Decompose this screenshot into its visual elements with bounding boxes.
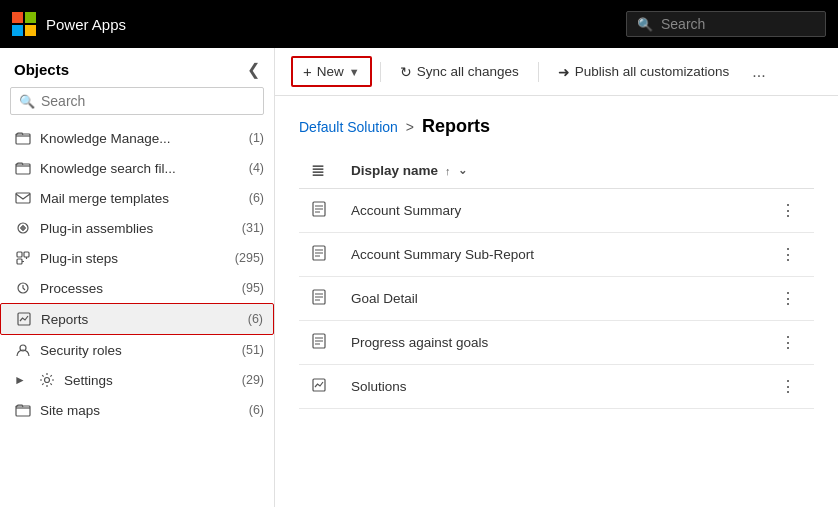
col-header-display-name[interactable]: Display name ↑ ⌄ [339, 153, 762, 189]
sidebar-collapse-button[interactable]: ❮ [247, 60, 260, 79]
svg-rect-7 [17, 259, 22, 264]
sidebar-item-site-maps[interactable]: Site maps (6) [0, 395, 274, 425]
sidebar-item-security-roles[interactable]: Security roles (51) [0, 335, 274, 365]
row-menu-cell[interactable]: ⋮ [762, 365, 814, 409]
report-icon [311, 291, 327, 308]
svg-rect-6 [24, 252, 29, 257]
search-icon: 🔍 [637, 17, 653, 32]
row-more-button[interactable]: ⋮ [774, 199, 802, 222]
sort-dropdown-icon[interactable]: ⌄ [458, 164, 467, 177]
row-name-cell: Progress against goals [339, 321, 762, 365]
folder-icon [14, 129, 32, 147]
processes-icon [14, 279, 32, 297]
sidebar-search-icon: 🔍 [19, 94, 35, 109]
row-name-cell: Goal Detail [339, 277, 762, 321]
app-name: Power Apps [46, 16, 126, 33]
filter-rows-icon[interactable]: ≣ [311, 162, 324, 179]
sidebar-item-processes-count: (95) [242, 281, 264, 295]
sidebar-item-mail-merge[interactable]: Mail merge templates (6) [0, 183, 274, 213]
sidebar-item-knowledge-manage-label: Knowledge Manage... [40, 131, 237, 146]
sidebar-item-knowledge-search[interactable]: Knowledge search fil... (4) [0, 153, 274, 183]
toolbar-more-button[interactable]: ... [744, 58, 773, 86]
table-row[interactable]: Progress against goals ⋮ [299, 321, 814, 365]
table-row[interactable]: Goal Detail ⋮ [299, 277, 814, 321]
sidebar-item-reports[interactable]: Reports (6) [0, 303, 274, 335]
new-dropdown-icon[interactable]: ▼ [349, 66, 360, 78]
report-icon [311, 379, 327, 396]
row-more-button[interactable]: ⋮ [774, 287, 802, 310]
sidebar-item-plugin-steps-count: (295) [235, 251, 264, 265]
row-more-button[interactable]: ⋮ [774, 375, 802, 398]
sort-asc-icon[interactable]: ↑ [445, 165, 451, 177]
breadcrumb: Default Solution > Reports [299, 116, 814, 137]
svg-rect-5 [17, 252, 22, 257]
reports-icon [15, 310, 33, 328]
publish-label: Publish all customizations [575, 64, 730, 79]
new-label: New [317, 64, 344, 79]
breadcrumb-parent[interactable]: Default Solution [299, 119, 398, 135]
row-menu-cell[interactable]: ⋮ [762, 233, 814, 277]
row-more-button[interactable]: ⋮ [774, 331, 802, 354]
sidebar-search-box[interactable]: 🔍 [10, 87, 264, 115]
row-more-button[interactable]: ⋮ [774, 243, 802, 266]
publish-icon: ➜ [558, 64, 570, 80]
report-icon [311, 335, 327, 352]
publish-button[interactable]: ➜ Publish all customizations [547, 58, 741, 86]
sidebar-item-plugin-assemblies-count: (31) [242, 221, 264, 235]
sidebar-item-security-roles-count: (51) [242, 343, 264, 357]
display-name-label: Display name [351, 163, 438, 178]
folder-icon [14, 159, 32, 177]
sidebar-item-reports-count: (6) [248, 312, 263, 326]
mail-icon [14, 189, 32, 207]
sidebar-item-knowledge-search-label: Knowledge search fil... [40, 161, 237, 176]
row-icon-cell [299, 189, 339, 233]
topbar-search-input[interactable] [661, 16, 815, 32]
sidebar-item-knowledge-manage[interactable]: Knowledge Manage... (1) [0, 123, 274, 153]
main-content: + New ▼ ↻ Sync all changes ➜ Publish all… [275, 48, 838, 507]
sidebar-item-settings[interactable]: ► Settings (29) [0, 365, 274, 395]
settings-icon [38, 371, 56, 389]
sidebar-item-mail-merge-count: (6) [249, 191, 264, 205]
sidebar-item-knowledge-search-count: (4) [249, 161, 264, 175]
sync-label: Sync all changes [417, 64, 519, 79]
sidebar-item-plugin-assemblies-label: Plug-in assemblies [40, 221, 230, 236]
table-row[interactable]: Account Summary ⋮ [299, 189, 814, 233]
plugin-steps-icon [14, 249, 32, 267]
toolbar-separator-1 [380, 62, 381, 82]
row-menu-cell[interactable]: ⋮ [762, 321, 814, 365]
row-icon-cell [299, 233, 339, 277]
sidebar-item-mail-merge-label: Mail merge templates [40, 191, 237, 206]
sidebar-item-settings-label: Settings [64, 373, 230, 388]
sidebar-header: Objects ❮ [0, 48, 274, 87]
expand-arrow-icon: ► [14, 373, 26, 387]
table-row[interactable]: Solutions ⋮ [299, 365, 814, 409]
sidebar-search-input[interactable] [41, 93, 255, 109]
toolbar: + New ▼ ↻ Sync all changes ➜ Publish all… [275, 48, 838, 96]
topbar-search-box[interactable]: 🔍 [626, 11, 826, 37]
sidebar-item-plugin-steps[interactable]: Plug-in steps (295) [0, 243, 274, 273]
row-menu-cell[interactable]: ⋮ [762, 189, 814, 233]
sidebar-item-plugin-steps-label: Plug-in steps [40, 251, 223, 266]
row-name-cell: Solutions [339, 365, 762, 409]
sidebar-items-list: Knowledge Manage... (1) Knowledge search… [0, 123, 274, 507]
reports-table: ≣ Display name ↑ ⌄ [299, 153, 814, 409]
new-button[interactable]: + New ▼ [291, 56, 372, 87]
row-icon-cell [299, 277, 339, 321]
toolbar-separator-2 [538, 62, 539, 82]
sidebar-item-plugin-assemblies[interactable]: Plug-in assemblies (31) [0, 213, 274, 243]
sync-icon: ↻ [400, 64, 412, 80]
row-menu-cell[interactable]: ⋮ [762, 277, 814, 321]
plus-icon: + [303, 63, 312, 80]
ms-logo-grid [12, 12, 36, 36]
report-icon [311, 203, 327, 220]
sync-button[interactable]: ↻ Sync all changes [389, 58, 530, 86]
breadcrumb-separator: > [406, 119, 414, 135]
security-roles-icon [14, 341, 32, 359]
svg-rect-2 [16, 193, 30, 203]
sidebar-item-settings-count: (29) [242, 373, 264, 387]
table-row[interactable]: Account Summary Sub-Report ⋮ [299, 233, 814, 277]
sidebar-item-site-maps-count: (6) [249, 403, 264, 417]
sidebar-item-processes[interactable]: Processes (95) [0, 273, 274, 303]
row-icon-cell [299, 365, 339, 409]
row-icon-cell [299, 321, 339, 365]
